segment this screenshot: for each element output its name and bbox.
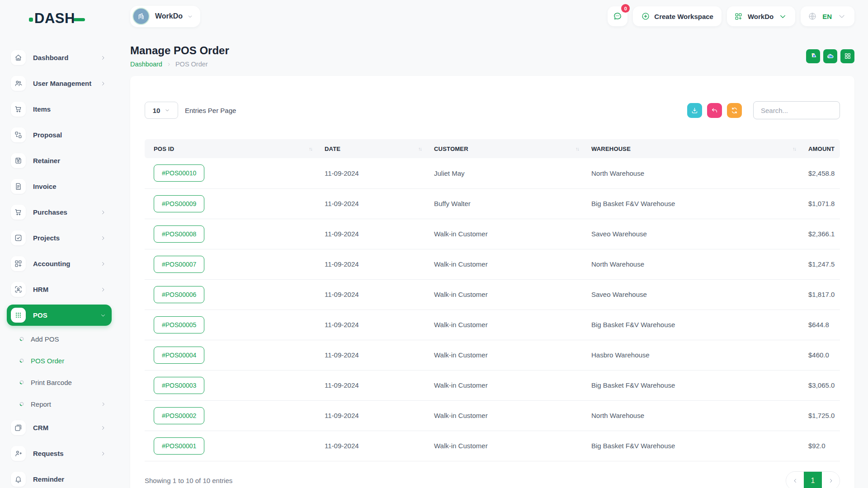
onedrive-button[interactable] (823, 49, 837, 63)
column-header-pos-id[interactable]: POS ID↑↓ (145, 139, 316, 158)
sidebar-subitem-label: Report (31, 400, 100, 408)
language-selector[interactable]: EN (801, 6, 854, 26)
sidebar-item-dashboard[interactable]: Dashboard (7, 47, 112, 68)
undo-button[interactable] (707, 103, 722, 118)
sidebar-item-retainer[interactable]: Retainer (7, 150, 112, 171)
pos-id-badge[interactable]: #POS00005 (154, 316, 204, 333)
page-header: Manage POS Order Dashboard POS Order (130, 44, 854, 68)
sidebar-item-requests[interactable]: Requests (7, 443, 112, 464)
warehouse-cell: Hasbro Warehouse (582, 340, 799, 370)
column-header-warehouse[interactable]: WAREHOUSE↑↓ (582, 139, 799, 158)
chevron-down-icon (837, 12, 846, 21)
brand-logo[interactable]: DASH (29, 11, 120, 26)
refresh-icon (731, 107, 738, 114)
column-label: CUSTOMER (434, 145, 468, 152)
sidebar-item-crm[interactable]: CRM (7, 417, 112, 438)
amount-cell: $2,458.8 (799, 158, 840, 188)
chevron-right-icon (100, 209, 106, 216)
sidebar-subitem-label: Add POS (31, 335, 106, 343)
sidebar-item-label: Requests (33, 450, 100, 457)
pos-order-card: 10 Entries Per Page POS ID↑↓DATE↑↓CUSTOM… (130, 76, 854, 488)
column-header-customer[interactable]: CUSTOMER↑↓ (425, 139, 582, 158)
pos-id-badge[interactable]: #POS00004 (154, 347, 204, 364)
column-header-date[interactable]: DATE↑↓ (316, 139, 425, 158)
column-header-amount: AMOUNT (799, 139, 840, 158)
workspace-menu-button[interactable]: WorkDo (727, 6, 795, 26)
download-button[interactable] (687, 103, 702, 118)
amount-cell: $1,071.8 (799, 188, 840, 219)
customer-cell: Walk-in Customer (425, 431, 582, 461)
customer-cell: Walk-in Customer (425, 400, 582, 431)
workspace-selector[interactable]: WorkDo (130, 6, 200, 27)
sidebar-subitem-print-barcode[interactable]: Print Barcode (7, 374, 112, 391)
warehouse-cell: Big Basket F&V Warehouse (582, 310, 799, 340)
messages-badge: 0 (621, 4, 630, 13)
apps-grid-icon (844, 52, 852, 60)
chevron-right-icon (100, 235, 106, 241)
google-drive-button[interactable] (806, 49, 820, 63)
search-input[interactable] (753, 101, 840, 119)
tool-buttons (687, 103, 747, 118)
sidebar-item-items[interactable]: Items (7, 99, 112, 120)
chevron-right-icon (166, 62, 171, 67)
table-row: #POS0000811-09-2024Walk-in CustomerSaveo… (145, 219, 840, 249)
chevron-right-icon (100, 401, 106, 407)
sidebar-item-user-management[interactable]: User Management (7, 73, 112, 94)
date-cell: 11-09-2024 (316, 400, 425, 431)
pos-id-badge[interactable]: #POS00006 (154, 286, 204, 303)
table-row: #POS0000411-09-2024Walk-in CustomerHasbr… (145, 340, 840, 370)
sidebar-item-purchases[interactable]: Purchases (7, 202, 112, 223)
messages-button[interactable]: 0 (608, 6, 627, 26)
customer-cell: Walk-in Customer (425, 310, 582, 340)
chevron-left-icon (792, 478, 798, 484)
chevron-right-icon (100, 261, 106, 267)
undo-icon (711, 107, 718, 114)
pos-id-badge[interactable]: #POS00001 (154, 437, 204, 455)
sidebar-item-invoice[interactable]: Invoice (7, 176, 112, 197)
grid-plus-icon (11, 256, 26, 271)
pos-id-badge[interactable]: #POS00009 (154, 195, 204, 212)
sidebar-item-pos[interactable]: POS (7, 305, 112, 326)
user-focus-icon (11, 282, 26, 297)
language-label: EN (822, 13, 832, 20)
warehouse-cell: North Warehouse (582, 158, 799, 188)
breadcrumb: Dashboard POS Order (130, 61, 229, 68)
refresh-button[interactable] (727, 103, 742, 118)
pos-order-table: POS ID↑↓DATE↑↓CUSTOMER↑↓WAREHOUSE↑↓AMOUN… (145, 139, 840, 461)
entries-per-page-label: Entries Per Page (185, 107, 236, 114)
sidebar-subitem-add-pos[interactable]: Add POS (7, 330, 112, 347)
entries-per-page-select[interactable]: 10 (145, 102, 178, 119)
entries-per-page-value: 10 (153, 107, 160, 114)
topbar-right: 0 Create Workspace WorkDo EN (608, 6, 854, 26)
customer-cell: Walk-in Customer (425, 219, 582, 249)
pagination-page-1[interactable]: 1 (804, 471, 822, 488)
page-actions (806, 49, 854, 63)
sidebar-item-label: Projects (33, 234, 100, 242)
sidebar-item-label: Invoice (33, 183, 106, 190)
sidebar-item-label: Dashboard (33, 54, 100, 61)
sidebar-item-accounting[interactable]: Accounting (7, 253, 112, 274)
pos-id-badge[interactable]: #POS00007 (154, 256, 204, 273)
chevron-right-icon (100, 286, 106, 293)
onedrive-icon (826, 52, 835, 60)
sidebar-subitem-pos-order[interactable]: POS Order (7, 352, 112, 369)
create-workspace-button[interactable]: Create Workspace (633, 6, 722, 26)
download-icon (691, 107, 698, 114)
breadcrumb-dashboard-link[interactable]: Dashboard (130, 61, 162, 68)
pos-id-badge[interactable]: #POS00003 (154, 377, 204, 394)
chat-icon (613, 11, 623, 21)
sidebar-subitem-report[interactable]: Report (7, 395, 112, 413)
customer-cell: Walk-in Customer (425, 370, 582, 400)
sidebar-item-proposal[interactable]: Proposal (7, 124, 112, 145)
pos-id-badge[interactable]: #POS00002 (154, 407, 204, 424)
apps-grid-button[interactable] (840, 49, 854, 63)
pagination-prev-button[interactable] (786, 471, 804, 488)
sidebar-item-hrm[interactable]: HRM (7, 279, 112, 300)
pos-id-badge[interactable]: #POS00008 (154, 225, 204, 243)
pos-id-badge[interactable]: #POS00010 (154, 164, 204, 182)
sidebar-item-projects[interactable]: Projects (7, 227, 112, 249)
pagination-next-button[interactable] (822, 471, 840, 488)
sidebar-item-reminder[interactable]: Reminder (7, 469, 112, 488)
date-cell: 11-09-2024 (316, 158, 425, 188)
warehouse-cell: Saveo Warehouse (582, 219, 799, 249)
